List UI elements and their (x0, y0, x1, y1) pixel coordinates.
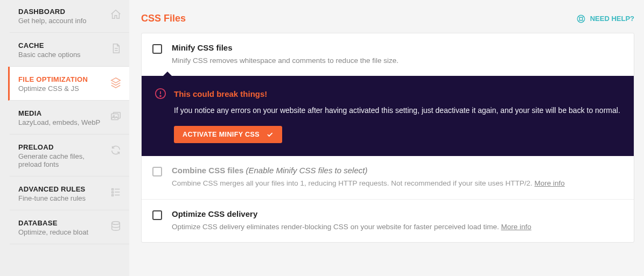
sidebar-item-sub: Get help, account info (18, 17, 106, 25)
more-info-link[interactable]: More info (535, 179, 565, 187)
database-icon (110, 220, 122, 232)
home-icon (110, 9, 122, 20)
layers-icon (110, 76, 122, 88)
sidebar-item-database[interactable]: DATABASE Optimize, reduce bloat (10, 210, 129, 244)
main-header: CSS Files NEED HELP? (141, 8, 634, 33)
more-info-link[interactable]: More info (501, 223, 531, 231)
sidebar-item-sub: Fine-tune cache rules (18, 194, 106, 202)
svg-rect-2 (112, 189, 114, 190)
option-hint: (Enable Minify CSS files to select) (246, 166, 368, 175)
sidebar-item-title: DASHBOARD (18, 8, 106, 16)
lifebuoy-icon (576, 14, 586, 24)
sidebar-item-cache[interactable]: CACHE Basic cache options (10, 33, 129, 67)
alert-icon (155, 88, 166, 100)
sidebar-item-preload[interactable]: PRELOAD Generate cache files, preload fo… (10, 135, 129, 176)
sidebar-item-title: DATABASE (18, 219, 106, 227)
warning-panel: This could break things! If you notice a… (142, 76, 634, 156)
sidebar-item-title: MEDIA (18, 109, 106, 117)
option-title: Minify CSS files (172, 43, 623, 52)
sidebar-item-sub: Optimize CSS & JS (18, 84, 106, 93)
svg-rect-4 (112, 195, 114, 196)
option-optimize-css-delivery: Optimize CSS delivery Optimize CSS deliv… (142, 200, 634, 242)
option-desc: Combine CSS merges all your files into 1… (172, 178, 623, 189)
svg-point-9 (160, 96, 161, 97)
warning-body: If you notice any errors on your website… (174, 105, 621, 116)
minify-css-checkbox[interactable] (152, 44, 162, 54)
button-label: ACTIVATE MINIFY CSS (183, 131, 260, 138)
sidebar: DASHBOARD Get help, account info CACHE B… (0, 0, 129, 276)
help-label: NEED HELP? (590, 15, 634, 23)
sidebar-item-sub: LazyLoad, embeds, WebP (18, 118, 106, 126)
sidebar-item-media[interactable]: MEDIA LazyLoad, embeds, WebP (10, 101, 129, 135)
sidebar-item-sub: Optimize, reduce bloat (18, 228, 106, 236)
svg-rect-3 (112, 192, 114, 193)
sidebar-item-advanced-rules[interactable]: ADVANCED RULES Fine-tune cache rules (10, 176, 129, 210)
svg-point-5 (112, 222, 120, 225)
document-icon (110, 43, 122, 54)
warning-title: This could break things! (174, 89, 267, 98)
options-panel: Minify CSS files Minify CSS removes whit… (141, 33, 634, 243)
option-title: Optimize CSS delivery (172, 209, 623, 218)
option-desc: Optimize CSS delivery eliminates render-… (172, 222, 623, 232)
sidebar-item-title: FILE OPTIMIZATION (18, 75, 106, 83)
sidebar-item-file-optimization[interactable]: FILE OPTIMIZATION Optimize CSS & JS (8, 67, 129, 101)
sidebar-item-dashboard[interactable]: DASHBOARD Get help, account info (10, 0, 129, 33)
sidebar-item-sub: Generate cache files, preload fonts (18, 152, 106, 168)
need-help-link[interactable]: NEED HELP? (576, 14, 634, 24)
sidebar-item-title: PRELOAD (18, 143, 106, 151)
combine-css-checkbox (152, 167, 162, 176)
images-icon (110, 110, 122, 122)
sidebar-item-title: ADVANCED RULES (18, 185, 106, 193)
section-title: CSS Files (141, 13, 186, 24)
sidebar-item-sub: Basic cache options (18, 51, 106, 59)
option-minify-css: Minify CSS files Minify CSS removes whit… (142, 33, 634, 76)
check-icon (266, 131, 274, 138)
main-content: CSS Files NEED HELP? Minify CSS files Mi… (129, 0, 644, 276)
checklist-icon (110, 186, 122, 198)
svg-point-7 (579, 17, 583, 20)
sidebar-item-title: CACHE (18, 41, 106, 49)
option-title: Combine CSS files (Enable Minify CSS fil… (172, 166, 623, 175)
refresh-icon (110, 144, 122, 156)
activate-minify-css-button[interactable]: ACTIVATE MINIFY CSS (174, 126, 282, 143)
optimize-css-checkbox[interactable] (152, 210, 162, 220)
option-desc: Minify CSS removes whitespace and commen… (172, 55, 623, 66)
option-combine-css: Combine CSS files (Enable Minify CSS fil… (142, 156, 634, 199)
